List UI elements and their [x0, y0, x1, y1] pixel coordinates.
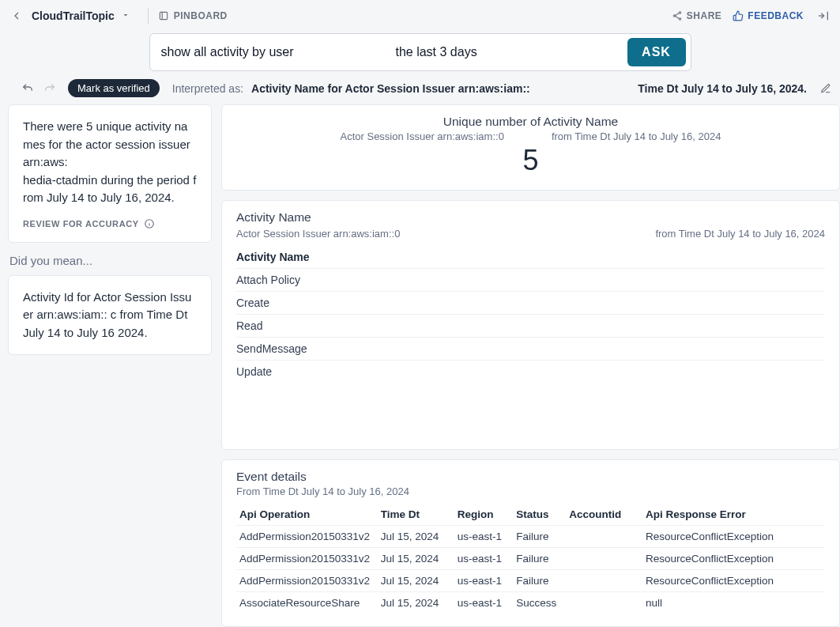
- svg-point-1: [679, 12, 680, 13]
- metric-title: Unique number of Activity Name: [236, 115, 825, 129]
- table-cell: us-east-1: [454, 570, 514, 592]
- did-you-mean-label: Did you mean...: [8, 251, 212, 267]
- table-cell: ResourceConflictException: [642, 570, 825, 592]
- svg-line-4: [675, 13, 679, 16]
- table-cell: Success: [513, 592, 566, 614]
- table-cell: [566, 570, 642, 592]
- event-column-header[interactable]: Api Operation: [236, 504, 378, 526]
- activity-column-header[interactable]: Activity Name: [236, 246, 825, 268]
- table-cell: us-east-1: [454, 592, 514, 614]
- search-wrap: ASK: [0, 32, 840, 76]
- activity-sub-actor: Actor Session Issuer arn:aws:iam::0: [236, 228, 400, 240]
- activity-row[interactable]: SendMessage: [236, 337, 825, 360]
- summary-card: There were 5 unique activity names for t…: [8, 104, 212, 243]
- event-table: Api OperationTime DtRegionStatusAccounti…: [236, 504, 825, 614]
- event-column-header[interactable]: Status: [513, 504, 566, 526]
- event-column-header[interactable]: Accountid: [566, 504, 642, 526]
- event-column-header[interactable]: Region: [454, 504, 514, 526]
- table-row[interactable]: AddPermission20150331v2Jul 15, 2024us-ea…: [236, 526, 825, 548]
- thumbs-up-icon: [733, 10, 744, 21]
- table-cell: Jul 15, 2024: [378, 548, 454, 570]
- table-cell: AddPermission20150331v2: [236, 570, 378, 592]
- table-cell: AssociateResourceShare: [236, 592, 378, 614]
- table-cell: AddPermission20150331v2: [236, 526, 378, 548]
- table-row[interactable]: AddPermission20150331v2Jul 15, 2024us-ea…: [236, 548, 825, 570]
- chevron-down-icon[interactable]: [121, 10, 138, 21]
- metric-sub-actor: Actor Session Issuer arn:aws:iam::0: [341, 130, 504, 142]
- pinboard-label: PINBOARD: [174, 10, 228, 21]
- back-icon[interactable]: [8, 7, 25, 25]
- event-column-header[interactable]: Api Response Error: [642, 504, 825, 526]
- event-title: Event details: [236, 470, 825, 484]
- main-area: There were 5 unique activity names for t…: [0, 103, 840, 627]
- review-accuracy-label: REVIEW FOR ACCURACY: [23, 219, 139, 229]
- share-label: SHARE: [687, 10, 722, 21]
- summary-text: There were 5 unique activity names for t…: [23, 118, 197, 207]
- pinboard-link[interactable]: PINBOARD: [158, 10, 228, 21]
- event-sub: From Time Dt July 14 to July 16, 2024: [236, 485, 825, 497]
- activity-row[interactable]: Attach Policy: [236, 268, 825, 291]
- review-accuracy-link[interactable]: REVIEW FOR ACCURACY: [23, 218, 197, 229]
- table-cell: us-east-1: [454, 548, 514, 570]
- collapse-panel-icon[interactable]: [815, 7, 832, 25]
- search-box: ASK: [149, 33, 691, 71]
- activity-table: Activity Name Attach PolicyCreateReadSen…: [236, 246, 825, 383]
- did-you-mean-card[interactable]: Activity Id for Actor Session Issuer arn…: [8, 275, 212, 356]
- interpreted-as-label: Interpreted as:: [168, 82, 243, 95]
- event-details-card: Event details From Time Dt July 14 to Ju…: [221, 459, 840, 627]
- ask-button[interactable]: ASK: [627, 38, 686, 66]
- interpretation-tail: Time Dt July 14 to July 16, 2024.: [638, 82, 812, 95]
- search-input[interactable]: [150, 45, 627, 59]
- activity-row[interactable]: Create: [236, 291, 825, 314]
- svg-point-2: [673, 15, 675, 17]
- table-cell: null: [642, 592, 825, 614]
- share-icon: [672, 10, 683, 21]
- table-cell: Failure: [513, 526, 566, 548]
- svg-line-5: [675, 17, 679, 19]
- feedback-label: FEEDBACK: [748, 10, 804, 21]
- table-cell: [566, 548, 642, 570]
- svg-rect-0: [160, 12, 167, 19]
- table-cell: ResourceConflictException: [642, 548, 825, 570]
- right-column: Unique number of Activity Name Actor Ses…: [221, 104, 840, 627]
- table-row[interactable]: AddPermission20150331v2Jul 15, 2024us-ea…: [236, 570, 825, 592]
- table-cell: [566, 592, 642, 614]
- table-cell: AddPermission20150331v2: [236, 548, 378, 570]
- metric-subtitle: Actor Session Issuer arn:aws:iam::0 from…: [236, 130, 825, 142]
- metric-value: 5: [236, 144, 825, 177]
- divider: [148, 8, 149, 24]
- table-cell: Jul 15, 2024: [378, 526, 454, 548]
- feedback-link[interactable]: FEEDBACK: [733, 10, 804, 21]
- activity-row[interactable]: Update: [236, 360, 825, 383]
- mark-verified-button[interactable]: Mark as verified: [68, 79, 160, 97]
- table-cell: [566, 526, 642, 548]
- event-column-header[interactable]: Time Dt: [378, 504, 454, 526]
- table-cell: Failure: [513, 570, 566, 592]
- table-row[interactable]: AssociateResourceShareJul 15, 2024us-eas…: [236, 592, 825, 614]
- top-bar-right: SHARE FEEDBACK: [672, 7, 832, 25]
- pinboard-icon: [158, 10, 169, 21]
- svg-point-3: [679, 18, 680, 20]
- info-icon: [144, 218, 155, 229]
- table-cell: us-east-1: [454, 526, 514, 548]
- table-cell: Failure: [513, 548, 566, 570]
- undo-icon[interactable]: [21, 81, 35, 96]
- did-you-mean-text: Activity Id for Actor Session Issuer arn…: [23, 290, 191, 339]
- share-link[interactable]: SHARE: [672, 10, 722, 21]
- top-bar-left: CloudTrailTopic PINBOARD: [8, 7, 228, 25]
- table-cell: Jul 15, 2024: [378, 570, 454, 592]
- activity-subtitle: Actor Session Issuer arn:aws:iam::0 from…: [236, 228, 825, 240]
- metric-card: Unique number of Activity Name Actor Ses…: [221, 104, 840, 191]
- redo-icon[interactable]: [43, 81, 57, 96]
- topic-name[interactable]: CloudTrailTopic: [28, 9, 118, 22]
- activity-name-card: Activity Name Actor Session Issuer arn:a…: [221, 200, 840, 450]
- activity-sub-time: from Time Dt July 14 to July 16, 2024: [655, 228, 825, 240]
- activity-title: Activity Name: [236, 210, 825, 225]
- edit-icon[interactable]: [819, 82, 832, 95]
- table-cell: ResourceConflictException: [642, 526, 825, 548]
- left-column: There were 5 unique activity names for t…: [8, 104, 212, 627]
- interpretation-row: Mark as verified Interpreted as: Activit…: [0, 76, 840, 105]
- interpretation-text: Activity Name for Actor Session Issuer a…: [251, 82, 630, 95]
- top-bar: CloudTrailTopic PINBOARD SHARE FEEDBACK: [0, 0, 840, 32]
- activity-row[interactable]: Read: [236, 314, 825, 337]
